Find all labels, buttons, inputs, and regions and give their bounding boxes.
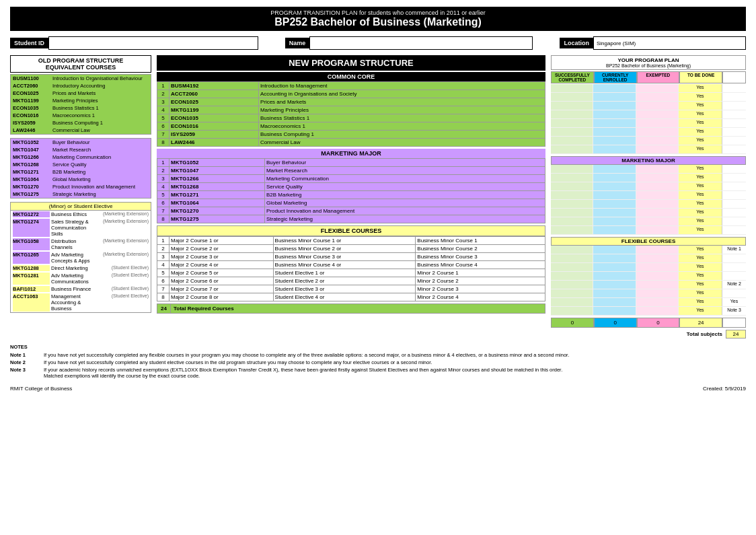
course-code: MKTG1064 (13, 176, 50, 182)
flexible-courses-table: 1Major 2 Course 1 orBusiness Minor Cours… (157, 236, 545, 301)
note1-label: Note 1 (10, 352, 44, 358)
right-flex-row: YesYes (551, 298, 746, 307)
table-row: 4MKTG1199Marketing Principles (157, 106, 545, 114)
left-panel-title: OLD PROGRAM STRUCTURE EQUIVALENT COURSES (10, 55, 151, 73)
course-type: (Marketing Extension) (95, 238, 149, 250)
course-code: MKTG1268 (13, 162, 50, 168)
course-name: Product Innovation and Management (52, 184, 135, 190)
course-name: Marketing Principles (52, 98, 98, 104)
col-completed: SUCCESSFULLY COMPLETED (551, 71, 594, 83)
middle-common-core: COMMON CORE 1BUSM4192Introduction to Man… (157, 72, 545, 147)
left-flexible-rows: MKTG1272Business Ethics(Marketing Extens… (11, 211, 151, 312)
location-input[interactable]: Singapore (SIM) (593, 36, 746, 50)
program-plan-name: BP252 Bachelor of Business (Marketing) (553, 63, 744, 68)
course-name: Adv Marketing Concepts & Apps (51, 252, 93, 264)
table-row: 8LAW2446Commercial Law (157, 139, 545, 147)
total-subjects: Total subjects 24 (551, 330, 746, 338)
right-flexible-header: FLEXIBLE COURSES (551, 237, 746, 246)
left-panel: OLD PROGRAM STRUCTURE EQUIVALENT COURSES… (10, 55, 151, 338)
course-type: (Marketing Extension) (95, 252, 149, 264)
table-row: 1MKTG1052Buyer Behaviour (157, 159, 545, 167)
course-code: MKTG1271 (13, 169, 50, 175)
course-type: (Student Elective) (95, 293, 149, 312)
header-banner: PROGRAM TRANSITION PLAN for students who… (10, 7, 746, 31)
col-enrolled: CURRENTLY ENROLLED (594, 71, 637, 83)
marketing-major-header: MARKETING MAJOR (157, 149, 545, 158)
left-marketing-rows: MKTG1052Buyer BehaviourMKTG1047Market Re… (11, 139, 151, 198)
new-program-title: NEW PROGRAM STRUCTURE (157, 55, 545, 71)
total-subjects-label: Total subjects (687, 331, 722, 337)
left-flex-row: MKTG1274Sales Strategy & Communication S… (11, 218, 151, 238)
name-input[interactable] (309, 36, 533, 50)
course-name: Global Marketing (52, 176, 91, 182)
col-notes-header (722, 71, 746, 83)
course-code: MKTG1281 (13, 273, 50, 285)
left-cc-row: BUSM1100Introduction to Organisational B… (11, 75, 151, 82)
course-name: B2B Marketing (52, 169, 85, 175)
total-label: Total Required Courses (171, 304, 237, 313)
common-core-table: 1BUSM4192Introduction to Management2ACCT… (157, 81, 545, 147)
course-code: LAW2446 (13, 127, 50, 133)
table-row: 4MKTG1268Service Quality (157, 183, 545, 191)
notes-title: NOTES (10, 344, 746, 350)
left-minor-header: (Minor) or Student Elective (11, 203, 151, 211)
middle-marketing: MARKETING MAJOR 1MKTG1052Buyer Behaviour… (157, 149, 545, 223)
footer-left: RMIT College of Business (10, 386, 72, 392)
right-cc-row: Yes (551, 102, 746, 110)
table-row: 3ECON1025Prices and Markets (157, 98, 545, 106)
note1-row: Note 1 If you have not yet successfully … (10, 352, 746, 358)
course-name: Adv Marketing Communications (51, 273, 93, 285)
course-code: ECON1035 (13, 105, 50, 111)
left-cc-row: LAW2446Commercial Law (11, 127, 151, 134)
table-row: 5Major 2 Course 5 orStudent Elective 1 o… (157, 269, 545, 277)
course-code: MKTG1265 (13, 252, 50, 264)
left-flex-row: ACCT1063Management Accounting & Business… (11, 293, 151, 312)
table-row: 3Major 2 Course 3 orBusiness Minor Cours… (157, 253, 545, 261)
col-exempted: EXEMPTED (637, 71, 680, 83)
course-type: (Student Elective) (95, 286, 149, 292)
course-name: Commercial Law (52, 127, 90, 133)
course-code: MKTG1052 (13, 139, 50, 145)
flexible-courses-header: FLEXIBLE COURSES (157, 225, 545, 236)
program-plan-header: YOUR PROGRAM PLAN BP252 Bachelor of Busi… (551, 55, 746, 70)
location-value: Singapore (SIM) (597, 40, 636, 46)
right-mktg-row: Yes (551, 174, 746, 182)
student-id-input[interactable] (48, 36, 258, 50)
right-mktg-row: Yes (551, 191, 746, 200)
right-cc-row: Yes (551, 137, 746, 145)
course-name: Business Finance (51, 286, 93, 292)
left-cc-row: ECON1025Prices and Markets (11, 90, 151, 97)
table-row: 6ECON1016Macroeconomics 1 (157, 122, 545, 131)
course-name: Prices and Markets (52, 90, 96, 96)
course-type: (Student Elective) (95, 273, 149, 285)
course-type: (Student Elective) (95, 265, 149, 271)
table-row: 5MKTG1271B2B Marketing (157, 191, 545, 199)
course-code: MKTG1199 (13, 98, 50, 104)
course-code: ECON1025 (13, 90, 50, 96)
right-mktg-row: Yes (551, 182, 746, 191)
course-code: MKTG1266 (13, 154, 50, 160)
course-code: ACCT2060 (13, 83, 50, 89)
left-cc-row: ISYS2059Business Computing 1 (11, 119, 151, 127)
note1-text: If you have not yet successfully complet… (44, 352, 746, 358)
right-marketing-rows: YesYesYesYesYesYesYesYes (551, 165, 746, 235)
note2-row: Note 2 If you have not yet successfully … (10, 359, 746, 365)
right-common-core-rows: YesYesYesYesYesYesYesYes (551, 84, 746, 154)
total-row: 24 Total Required Courses (157, 304, 545, 314)
table-row: 1BUSM4192Introduction to Management (157, 82, 545, 90)
table-row: 2Major 2 Course 2 orBusiness Minor Cours… (157, 245, 545, 253)
table-row: 2MKTG1047Market Research (157, 167, 545, 175)
left-flex-row: BAFI1012Business Finance(Student Electiv… (11, 285, 151, 293)
left-flex-row: MKTG1058Distribution Channels(Marketing … (11, 238, 151, 251)
course-name: Marketing Communication (52, 154, 111, 160)
right-cc-row: Yes (551, 110, 746, 119)
course-code: MKTG1058 (13, 238, 50, 250)
right-cc-row: Yes (551, 128, 746, 137)
student-info-row: Student ID Name Location Singapore (SIM) (10, 36, 746, 50)
table-row: 7MKTG1270Product Innovation and Manageme… (157, 207, 545, 215)
left-flex-row: MKTG1281Adv Marketing Communications(Stu… (11, 272, 151, 285)
common-core-header: COMMON CORE (157, 72, 545, 81)
course-name: Management Accounting & Business (51, 293, 93, 312)
right-mktg-row: Yes (551, 165, 746, 174)
left-mktg-row: MKTG1268Service Quality (11, 161, 151, 168)
